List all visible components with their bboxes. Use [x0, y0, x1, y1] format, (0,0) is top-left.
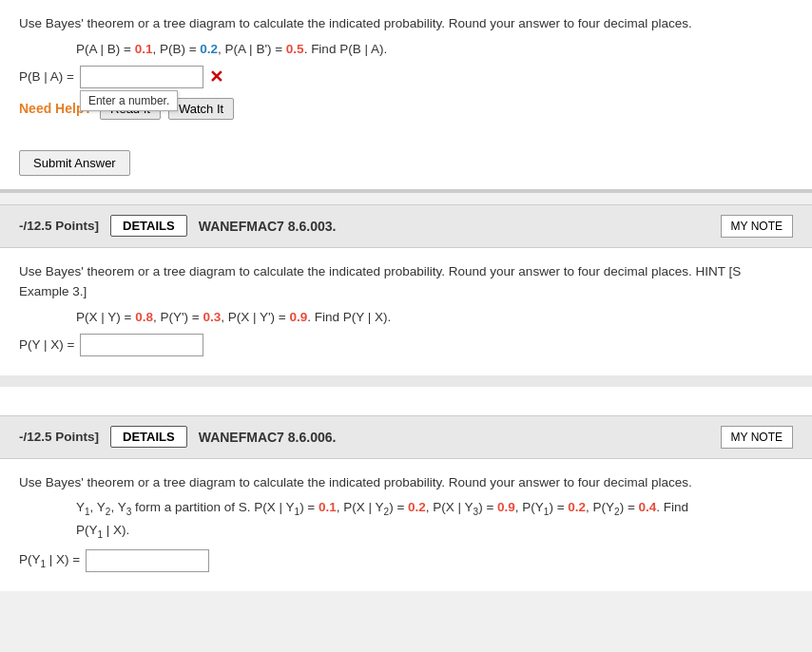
given-val-3d: 0.2: [568, 500, 586, 514]
given-val-3a: 0.1: [319, 500, 337, 514]
given-text-3a: Y1, Y2, Y3 form a partition of S. P(X | …: [76, 500, 319, 514]
problem-1-given: P(A | B) = 0.1, P(B) = 0.2, P(A | B') = …: [76, 42, 793, 56]
problem-3-instruction: Use Bayes' theorem or a tree diagram to …: [19, 472, 793, 493]
given-text-2c: , P(X | Y') =: [221, 310, 289, 324]
watch-it-button-1[interactable]: Watch It: [168, 98, 234, 120]
given-text-3c: , P(X | Y3) =: [426, 500, 497, 514]
problem-3-points: -/12.5 Points]: [19, 430, 99, 444]
problem-2-id: WANEFMAC7 8.6.003.: [199, 219, 709, 234]
given-text-1d: . Find P(B | A).: [304, 42, 388, 56]
given-text-2b: , P(Y') =: [153, 310, 203, 324]
answer-input-3[interactable]: [86, 549, 209, 572]
problem-1-block: Use Bayes' theorem or a tree diagram to …: [0, 0, 812, 137]
problem-1-answer-row: P(B | A) = Enter a number. ✕: [19, 66, 793, 88]
given-val-1c: 0.5: [286, 42, 304, 56]
problem-2-instruction: Use Bayes' theorem or a tree diagram to …: [19, 261, 793, 302]
problem-3-block: Use Bayes' theorem or a tree diagram to …: [0, 459, 812, 591]
problem-2-header: -/12.5 Points] DETAILS WANEFMAC7 8.6.003…: [0, 204, 812, 248]
problem-2-points: -/12.5 Points]: [19, 219, 99, 233]
given-val-2b: 0.3: [203, 310, 221, 324]
given-val-3c: 0.9: [497, 500, 515, 514]
answer-label-2: P(Y | X) =: [19, 337, 74, 352]
submit-section-1: Submit Answer: [0, 137, 812, 193]
problem-2-block: Use Bayes' theorem or a tree diagram to …: [0, 248, 812, 375]
answer-input-2[interactable]: [80, 334, 203, 356]
given-text-1b: , P(B) =: [152, 42, 200, 56]
given-text-3e: , P(Y2) =: [586, 500, 638, 514]
problem-1-instruction: Use Bayes' theorem or a tree diagram to …: [19, 13, 793, 34]
problem-3-id: WANEFMAC7 8.6.006.: [199, 430, 709, 445]
section-divider-1: [0, 375, 812, 387]
details-button-2[interactable]: DETAILS: [110, 215, 187, 237]
details-button-3[interactable]: DETAILS: [110, 426, 187, 448]
error-icon-1[interactable]: ✕: [209, 67, 223, 87]
answer-input-1[interactable]: [80, 66, 203, 88]
given-val-3b: 0.2: [408, 500, 426, 514]
tooltip-1: Enter a number.: [80, 90, 178, 111]
given-val-2c: 0.9: [289, 310, 307, 324]
my-notes-button-2[interactable]: MY NOTE: [721, 215, 793, 238]
problem-3-given-line2: P(Y1 | X).: [76, 523, 793, 540]
problem-2-given: P(X | Y) = 0.8, P(Y') = 0.3, P(X | Y') =…: [76, 310, 793, 324]
answer-label-1: P(B | A) =: [19, 69, 74, 84]
given-text-1a: P(A | B) =: [76, 42, 135, 56]
given-text-3g: P(Y1 | X).: [76, 523, 129, 537]
given-text-2d: . Find P(Y | X).: [307, 310, 391, 324]
given-text-3f: . Find: [656, 500, 688, 514]
given-val-3e: 0.4: [639, 500, 657, 514]
answer-label-3: P(Y1 | X) =: [19, 552, 80, 569]
given-val-2a: 0.8: [135, 310, 153, 324]
problem-3-given: Y1, Y2, Y3 form a partition of S. P(X | …: [76, 500, 793, 517]
problem-3-header: -/12.5 Points] DETAILS WANEFMAC7 8.6.006…: [0, 415, 812, 459]
given-text-1c: , P(A | B') =: [218, 42, 286, 56]
submit-answer-button-1[interactable]: Submit Answer: [19, 150, 130, 176]
given-text-3d: , P(Y1) =: [515, 500, 568, 514]
my-notes-button-3[interactable]: MY NOTE: [721, 426, 793, 449]
given-val-1a: 0.1: [135, 42, 153, 56]
input-container-1: Enter a number.: [80, 66, 203, 88]
given-val-1b: 0.2: [200, 42, 218, 56]
problem-2-answer-row: P(Y | X) =: [19, 334, 793, 356]
given-text-3b: , P(X | Y2) =: [337, 500, 408, 514]
given-text-2a: P(X | Y) =: [76, 310, 135, 324]
spacer-1: [0, 387, 812, 415]
problem-3-answer-row: P(Y1 | X) =: [19, 549, 793, 572]
